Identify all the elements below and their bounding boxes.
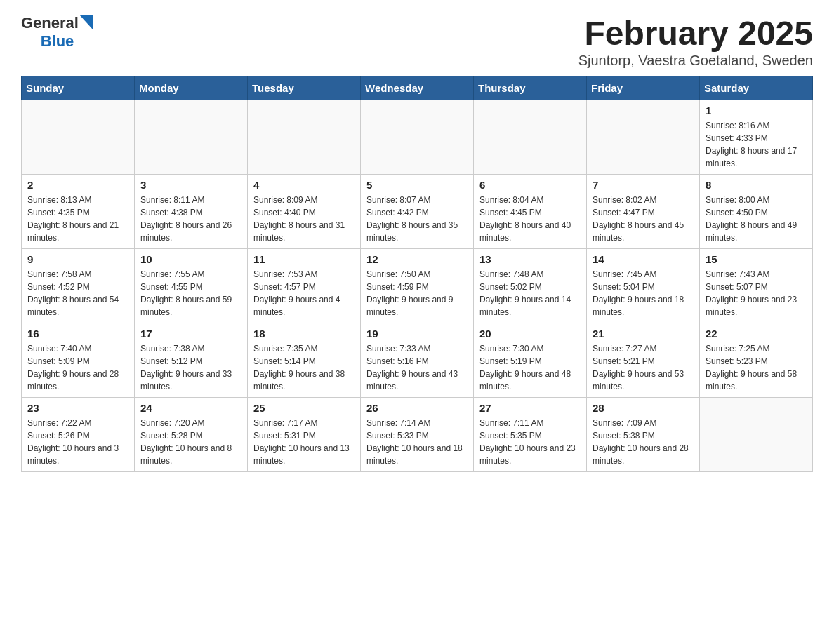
day-info: Sunrise: 7:20 AMSunset: 5:28 PMDaylight:… (140, 417, 241, 467)
calendar-day-cell: 18Sunrise: 7:35 AMSunset: 5:14 PMDayligh… (248, 323, 361, 398)
day-info: Sunrise: 7:09 AMSunset: 5:38 PMDaylight:… (593, 417, 694, 467)
day-info: Sunrise: 7:14 AMSunset: 5:33 PMDaylight:… (366, 417, 468, 467)
day-number: 25 (253, 402, 355, 414)
day-of-week-header: Tuesday (248, 76, 361, 100)
day-info: Sunrise: 8:11 AMSunset: 4:38 PMDaylight:… (140, 194, 241, 244)
logo: General Blue (21, 14, 93, 51)
calendar-day-cell: 9Sunrise: 7:58 AMSunset: 4:52 PMDaylight… (22, 249, 135, 323)
day-number: 7 (593, 179, 694, 191)
day-number: 27 (479, 402, 581, 414)
calendar-day-cell: 13Sunrise: 7:48 AMSunset: 5:02 PMDayligh… (474, 249, 587, 323)
day-number: 10 (140, 253, 241, 265)
day-info: Sunrise: 8:04 AMSunset: 4:45 PMDaylight:… (479, 194, 581, 244)
day-info: Sunrise: 8:07 AMSunset: 4:42 PMDaylight:… (366, 194, 468, 244)
calendar-week-row: 9Sunrise: 7:58 AMSunset: 4:52 PMDaylight… (22, 249, 813, 323)
calendar-week-row: 16Sunrise: 7:40 AMSunset: 5:09 PMDayligh… (22, 323, 813, 398)
calendar-day-cell (361, 100, 474, 175)
day-info: Sunrise: 7:43 AMSunset: 5:07 PMDaylight:… (706, 268, 807, 318)
calendar-day-cell (22, 100, 135, 175)
day-info: Sunrise: 7:58 AMSunset: 4:52 PMDaylight:… (27, 268, 128, 318)
day-info: Sunrise: 7:11 AMSunset: 5:35 PMDaylight:… (479, 417, 581, 467)
calendar-day-cell: 15Sunrise: 7:43 AMSunset: 5:07 PMDayligh… (700, 249, 813, 323)
day-info: Sunrise: 8:16 AMSunset: 4:33 PMDaylight:… (706, 119, 807, 170)
day-info: Sunrise: 7:30 AMSunset: 5:19 PMDaylight:… (479, 342, 581, 393)
calendar-day-cell: 21Sunrise: 7:27 AMSunset: 5:21 PMDayligh… (587, 323, 700, 398)
calendar-week-row: 2Sunrise: 8:13 AMSunset: 4:35 PMDaylight… (22, 175, 813, 249)
day-info: Sunrise: 7:27 AMSunset: 5:21 PMDaylight:… (593, 342, 694, 393)
day-number: 1 (706, 105, 807, 116)
day-number: 28 (593, 402, 694, 414)
day-number: 23 (27, 402, 128, 414)
page-header: General Blue February 2025 Sjuntorp, Vae… (21, 14, 813, 69)
calendar-day-cell: 20Sunrise: 7:30 AMSunset: 5:19 PMDayligh… (474, 323, 587, 398)
day-number: 4 (253, 179, 355, 191)
day-info: Sunrise: 8:13 AMSunset: 4:35 PMDaylight:… (27, 194, 128, 244)
calendar-day-cell (474, 100, 587, 175)
calendar-day-cell: 12Sunrise: 7:50 AMSunset: 4:59 PMDayligh… (361, 249, 474, 323)
calendar-day-cell: 23Sunrise: 7:22 AMSunset: 5:26 PMDayligh… (22, 398, 135, 472)
day-info: Sunrise: 7:48 AMSunset: 5:02 PMDaylight:… (479, 268, 581, 318)
calendar-day-cell: 16Sunrise: 7:40 AMSunset: 5:09 PMDayligh… (22, 323, 135, 398)
day-info: Sunrise: 8:00 AMSunset: 4:50 PMDaylight:… (706, 194, 807, 244)
svg-marker-0 (79, 15, 93, 30)
calendar-table: SundayMondayTuesdayWednesdayThursdayFrid… (21, 76, 813, 472)
calendar-day-cell: 14Sunrise: 7:45 AMSunset: 5:04 PMDayligh… (587, 249, 700, 323)
day-number: 8 (706, 179, 807, 191)
title-block: February 2025 Sjuntorp, Vaestra Goetalan… (578, 14, 813, 69)
day-info: Sunrise: 7:35 AMSunset: 5:14 PMDaylight:… (253, 342, 355, 393)
day-info: Sunrise: 8:02 AMSunset: 4:47 PMDaylight:… (593, 194, 694, 244)
day-info: Sunrise: 7:45 AMSunset: 5:04 PMDaylight:… (593, 268, 694, 318)
calendar-header: SundayMondayTuesdayWednesdayThursdayFrid… (22, 76, 813, 100)
day-info: Sunrise: 7:50 AMSunset: 4:59 PMDaylight:… (366, 268, 468, 318)
day-number: 15 (706, 253, 807, 265)
calendar-location: Sjuntorp, Vaestra Goetaland, Sweden (578, 53, 813, 69)
calendar-day-cell (700, 398, 813, 472)
day-of-week-header: Monday (135, 76, 248, 100)
day-info: Sunrise: 7:25 AMSunset: 5:23 PMDaylight:… (706, 342, 807, 393)
logo-icon: General Blue (21, 14, 93, 51)
day-number: 6 (479, 179, 581, 191)
day-of-week-header: Sunday (22, 76, 135, 100)
days-of-week-row: SundayMondayTuesdayWednesdayThursdayFrid… (22, 76, 813, 100)
day-number: 5 (366, 179, 468, 191)
day-number: 3 (140, 179, 241, 191)
day-info: Sunrise: 7:40 AMSunset: 5:09 PMDaylight:… (27, 342, 128, 393)
day-number: 9 (27, 253, 128, 265)
day-info: Sunrise: 7:55 AMSunset: 4:55 PMDaylight:… (140, 268, 241, 318)
day-number: 12 (366, 253, 468, 265)
calendar-day-cell: 28Sunrise: 7:09 AMSunset: 5:38 PMDayligh… (587, 398, 700, 472)
logo-text-blue: Blue (41, 32, 74, 50)
calendar-day-cell: 22Sunrise: 7:25 AMSunset: 5:23 PMDayligh… (700, 323, 813, 398)
day-info: Sunrise: 7:38 AMSunset: 5:12 PMDaylight:… (140, 342, 241, 393)
calendar-day-cell: 4Sunrise: 8:09 AMSunset: 4:40 PMDaylight… (248, 175, 361, 249)
calendar-day-cell: 27Sunrise: 7:11 AMSunset: 5:35 PMDayligh… (474, 398, 587, 472)
day-number: 16 (27, 328, 128, 340)
day-number: 18 (253, 328, 355, 340)
calendar-title: February 2025 (578, 14, 813, 53)
day-number: 22 (706, 328, 807, 340)
calendar-day-cell (248, 100, 361, 175)
day-of-week-header: Thursday (474, 76, 587, 100)
calendar-day-cell: 26Sunrise: 7:14 AMSunset: 5:33 PMDayligh… (361, 398, 474, 472)
calendar-day-cell: 10Sunrise: 7:55 AMSunset: 4:55 PMDayligh… (135, 249, 248, 323)
day-info: Sunrise: 7:33 AMSunset: 5:16 PMDaylight:… (366, 342, 468, 393)
day-number: 2 (27, 179, 128, 191)
calendar-day-cell: 3Sunrise: 8:11 AMSunset: 4:38 PMDaylight… (135, 175, 248, 249)
day-number: 21 (593, 328, 694, 340)
calendar-day-cell: 7Sunrise: 8:02 AMSunset: 4:47 PMDaylight… (587, 175, 700, 249)
day-number: 24 (140, 402, 241, 414)
day-number: 13 (479, 253, 581, 265)
calendar-day-cell: 2Sunrise: 8:13 AMSunset: 4:35 PMDaylight… (22, 175, 135, 249)
calendar-week-row: 1Sunrise: 8:16 AMSunset: 4:33 PMDaylight… (22, 100, 813, 175)
day-number: 14 (593, 253, 694, 265)
day-info: Sunrise: 7:17 AMSunset: 5:31 PMDaylight:… (253, 417, 355, 467)
calendar-day-cell: 17Sunrise: 7:38 AMSunset: 5:12 PMDayligh… (135, 323, 248, 398)
logo-triangle-icon (79, 15, 93, 30)
calendar-day-cell: 6Sunrise: 8:04 AMSunset: 4:45 PMDaylight… (474, 175, 587, 249)
calendar-day-cell: 5Sunrise: 8:07 AMSunset: 4:42 PMDaylight… (361, 175, 474, 249)
day-of-week-header: Wednesday (361, 76, 474, 100)
calendar-day-cell: 8Sunrise: 8:00 AMSunset: 4:50 PMDaylight… (700, 175, 813, 249)
calendar-day-cell: 25Sunrise: 7:17 AMSunset: 5:31 PMDayligh… (248, 398, 361, 472)
calendar-day-cell: 1Sunrise: 8:16 AMSunset: 4:33 PMDaylight… (700, 100, 813, 175)
calendar-day-cell (587, 100, 700, 175)
